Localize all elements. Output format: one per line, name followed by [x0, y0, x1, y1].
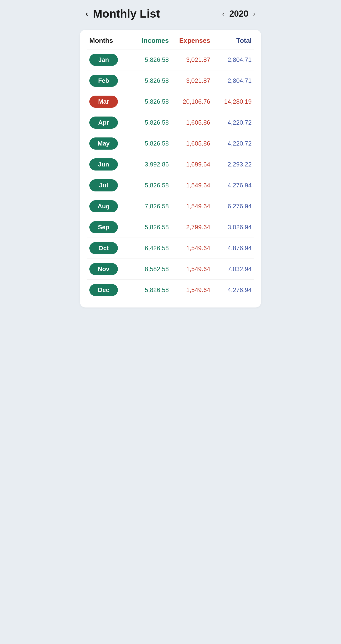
expense-value: 2,799.64: [169, 224, 210, 231]
month-cell[interactable]: Feb: [89, 75, 127, 87]
month-cell[interactable]: Aug: [89, 200, 127, 212]
table-body: Jan 5,826.58 3,021.87 2,804.71 Feb 5,826…: [87, 49, 254, 300]
total-value: 4,276.94: [210, 182, 252, 189]
income-value: 5,826.58: [127, 286, 169, 294]
table-row[interactable]: Oct 6,426.58 1,549.64 4,876.94: [87, 238, 254, 258]
total-value: 2,804.71: [210, 77, 252, 84]
table-row[interactable]: Jun 3,992.86 1,699.64 2,293.22: [87, 154, 254, 175]
income-value: 5,826.58: [127, 119, 169, 126]
header: ‹ Monthly List ‹ 2020 ›: [76, 0, 265, 27]
month-badge: Nov: [89, 263, 118, 275]
total-value: 4,276.94: [210, 286, 252, 294]
total-value: 3,026.94: [210, 224, 252, 231]
table-row[interactable]: Jul 5,826.58 1,549.64 4,276.94: [87, 175, 254, 196]
total-value: 4,876.94: [210, 244, 252, 252]
month-badge: Aug: [89, 200, 118, 212]
month-badge: Oct: [89, 242, 118, 254]
expense-value: 1,605.86: [169, 140, 210, 147]
monthly-list-card: Months Incomes Expenses Total Jan 5,826.…: [80, 30, 261, 308]
month-cell[interactable]: Mar: [89, 96, 127, 108]
month-badge: Feb: [89, 75, 118, 87]
income-value: 3,992.86: [127, 161, 169, 168]
table-row[interactable]: Nov 8,582.58 1,549.64 7,032.94: [87, 258, 254, 280]
page-title: Monthly List: [93, 7, 160, 20]
expense-value: 1,549.64: [169, 286, 210, 294]
table-row[interactable]: Dec 5,826.58 1,549.64 4,276.94: [87, 280, 254, 300]
month-badge: Sep: [89, 221, 118, 233]
income-value: 5,826.58: [127, 182, 169, 189]
month-cell[interactable]: Nov: [89, 263, 127, 275]
income-value: 5,826.58: [127, 56, 169, 64]
month-badge: Apr: [89, 116, 118, 129]
table-row[interactable]: Apr 5,826.58 1,605.86 4,220.72: [87, 112, 254, 133]
month-badge: May: [89, 138, 118, 150]
table-row[interactable]: Mar 5,826.58 20,106.76 -14,280.19: [87, 91, 254, 112]
expense-value: 1,605.86: [169, 119, 210, 126]
app-container: ‹ Monthly List ‹ 2020 › Months Incomes E…: [76, 0, 265, 644]
col-months-header: Months: [89, 37, 127, 44]
income-value: 8,582.58: [127, 266, 169, 273]
col-expenses-header: Expenses: [169, 37, 210, 44]
table-row[interactable]: Aug 7,826.58 1,549.64 6,276.94: [87, 196, 254, 217]
income-value: 5,826.58: [127, 224, 169, 231]
prev-year-button[interactable]: ‹: [222, 10, 225, 18]
month-badge: Jul: [89, 179, 118, 192]
total-value: 4,220.72: [210, 140, 252, 147]
col-total-header: Total: [210, 37, 252, 44]
expense-value: 20,106.76: [169, 98, 210, 105]
total-value: 6,276.94: [210, 202, 252, 210]
expense-value: 1,549.64: [169, 244, 210, 252]
month-badge: Dec: [89, 284, 118, 296]
month-badge: Mar: [89, 96, 118, 108]
month-cell[interactable]: Oct: [89, 242, 127, 254]
income-value: 6,426.58: [127, 244, 169, 252]
expense-value: 3,021.87: [169, 77, 210, 84]
month-cell[interactable]: May: [89, 138, 127, 150]
month-badge: Jun: [89, 158, 118, 170]
expense-value: 1,699.64: [169, 161, 210, 168]
total-value: -14,280.19: [210, 98, 252, 105]
month-cell[interactable]: Jul: [89, 179, 127, 192]
table-row[interactable]: Feb 5,826.58 3,021.87 2,804.71: [87, 70, 254, 91]
col-incomes-header: Incomes: [127, 37, 169, 44]
income-value: 7,826.58: [127, 202, 169, 210]
next-year-button[interactable]: ›: [253, 10, 256, 18]
total-value: 2,293.22: [210, 161, 252, 168]
total-value: 4,220.72: [210, 119, 252, 126]
table-row[interactable]: May 5,826.58 1,605.86 4,220.72: [87, 133, 254, 154]
income-value: 5,826.58: [127, 140, 169, 147]
income-value: 5,826.58: [127, 77, 169, 84]
month-cell[interactable]: Sep: [89, 221, 127, 233]
expense-value: 3,021.87: [169, 56, 210, 64]
year-nav: ‹ 2020 ›: [222, 9, 256, 19]
table-row[interactable]: Sep 5,826.58 2,799.64 3,026.94: [87, 217, 254, 238]
month-badge: Jan: [89, 54, 118, 66]
month-cell[interactable]: Dec: [89, 284, 127, 296]
income-value: 5,826.58: [127, 98, 169, 105]
expense-value: 1,549.64: [169, 182, 210, 189]
table-row[interactable]: Jan 5,826.58 3,021.87 2,804.71: [87, 49, 254, 70]
header-left: ‹ Monthly List: [85, 7, 160, 20]
month-cell[interactable]: Apr: [89, 116, 127, 129]
table-header: Months Incomes Expenses Total: [87, 37, 254, 49]
back-button[interactable]: ‹: [85, 9, 88, 18]
month-cell[interactable]: Jun: [89, 158, 127, 170]
expense-value: 1,549.64: [169, 266, 210, 273]
month-cell[interactable]: Jan: [89, 54, 127, 66]
total-value: 2,804.71: [210, 56, 252, 64]
expense-value: 1,549.64: [169, 202, 210, 210]
year-label: 2020: [229, 9, 248, 19]
total-value: 7,032.94: [210, 266, 252, 273]
